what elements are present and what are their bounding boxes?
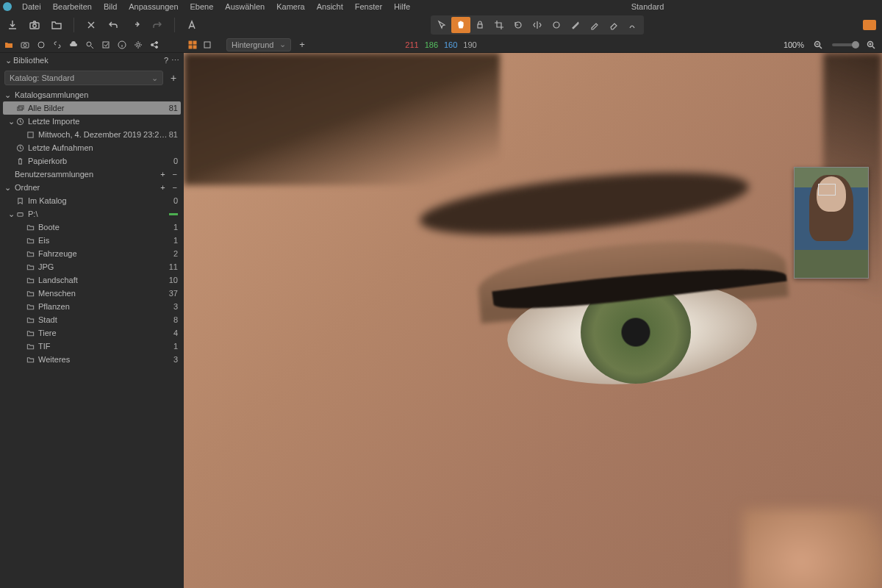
add-collection-button[interactable]: + (158, 170, 167, 179)
lock-tool-icon[interactable] (470, 17, 490, 33)
camera-icon[interactable] (26, 17, 43, 33)
zoom-in-icon[interactable] (866, 40, 876, 50)
move-tool-icon[interactable] (432, 17, 451, 33)
tree-folder[interactable]: TIF1 (0, 340, 184, 353)
workspace-title[interactable]: Standard (625, 1, 670, 12)
tree-letzte-importe[interactable]: ⌄ Letzte Importe (0, 115, 184, 128)
clock-icon (15, 144, 25, 152)
zoom-level[interactable]: 100% (784, 40, 807, 49)
eraser-tool-icon[interactable] (604, 17, 623, 33)
import-icon[interactable] (4, 17, 21, 33)
tree-folder[interactable]: JPG11 (0, 260, 184, 273)
flip-tool-icon[interactable] (528, 17, 547, 33)
text-icon[interactable] (184, 17, 200, 33)
folder-mode-icon[interactable] (3, 39, 15, 51)
remove-collection-button[interactable]: − (171, 170, 179, 179)
tree-folder[interactable]: Menschen37 (0, 287, 184, 300)
single-view-icon[interactable] (201, 39, 213, 51)
ellipse-tool-icon[interactable] (547, 17, 566, 33)
image-canvas[interactable] (184, 53, 882, 588)
cloud-mode-icon[interactable] (68, 39, 79, 51)
navigator-overlay[interactable] (794, 167, 869, 279)
panel-menu-icon[interactable]: ⋯ (171, 56, 179, 65)
search-mode-icon[interactable] (84, 39, 96, 51)
section-katalogsammlungen[interactable]: ⌄ Katalogsammlungen (0, 88, 184, 101)
tree-folder[interactable]: Tiere4 (0, 326, 184, 340)
menu-anpassungen[interactable]: Anpassungen (123, 1, 184, 12)
main-area: ⌄ Bibliothek ? ⋯ Katalog: Standard ⌄ + ⌄… (0, 37, 882, 588)
menu-fenster[interactable]: Fenster (349, 1, 388, 12)
tree-folder[interactable]: Pflanzen3 (0, 300, 184, 313)
drive-usage-bar (169, 213, 178, 215)
catalog-select[interactable]: Katalog: Standard ⌄ (4, 71, 163, 85)
rotate-tool-icon[interactable] (509, 17, 528, 33)
layer-select[interactable]: Hintergrund ⌄ (226, 38, 291, 51)
chevron-down-icon: ⌄ (279, 40, 286, 49)
tree-papierkorb[interactable]: Papierkorb 0 (0, 154, 184, 168)
check-mode-icon[interactable] (100, 39, 112, 51)
folder-icon[interactable] (49, 17, 65, 33)
tree-folder[interactable]: Stadt8 (0, 313, 184, 326)
aperture-mode-icon[interactable] (35, 39, 47, 51)
camera-mode-icon[interactable] (19, 39, 31, 51)
tree-folder[interactable]: Landschaft10 (0, 273, 184, 287)
svg-rect-2 (478, 24, 482, 28)
settings-mode-icon[interactable] (132, 39, 144, 51)
menu-ebene[interactable]: Ebene (184, 1, 220, 12)
library-title: Bibliothek (12, 56, 161, 65)
menu-bild[interactable]: Bild (98, 1, 123, 12)
add-catalog-button[interactable]: + (168, 72, 179, 84)
menu-datei[interactable]: Datei (16, 1, 47, 12)
persona-switch-icon[interactable] (863, 20, 876, 30)
folder-icon (25, 223, 35, 232)
add-folder-button[interactable]: + (158, 183, 167, 192)
close-icon[interactable] (83, 17, 99, 33)
tree-folder[interactable]: Fahrzeuge2 (0, 247, 184, 260)
draw-tool-icon[interactable] (623, 17, 642, 33)
canvas-area: Hintergrund ⌄ + 211 186 160 190 100% (184, 37, 882, 588)
grid-view-icon[interactable] (187, 39, 198, 51)
redo-step-icon[interactable] (127, 17, 143, 33)
svg-rect-19 (17, 212, 22, 216)
tree-folder[interactable]: Eis1 (0, 234, 184, 247)
import-entry-icon (25, 131, 35, 139)
tree-im-katalog[interactable]: Im Katalog 0 (0, 194, 184, 207)
crop-tool-icon[interactable] (490, 17, 509, 33)
zoom-out-icon[interactable] (813, 40, 823, 50)
tree-letzte-aufnahmen[interactable]: Letzte Aufnahmen (0, 141, 184, 154)
zoom-slider[interactable] (832, 43, 857, 46)
share-mode-icon[interactable] (148, 39, 160, 51)
section-ordner[interactable]: ⌄ Ordner + − (0, 181, 184, 194)
menu-auswaehlen[interactable]: Auswählen (219, 1, 270, 12)
remove-folder-button[interactable]: − (171, 183, 179, 192)
brush-tool-icon[interactable] (566, 17, 585, 33)
tree-alle-bilder[interactable]: Alle Bilder 81 (3, 101, 181, 115)
tree-folder[interactable]: Weiteres3 (0, 353, 184, 366)
tree-drive-p[interactable]: ⌄ P:\ (0, 207, 184, 220)
folder-icon (25, 356, 35, 364)
tree-folder[interactable]: Boote1 (0, 220, 184, 234)
catalog-row: Katalog: Standard ⌄ + (4, 70, 179, 86)
chevron-down-icon[interactable]: ⌄ (4, 56, 12, 65)
hand-tool-icon[interactable] (451, 17, 470, 33)
menu-ansicht[interactable]: Ansicht (311, 1, 349, 12)
library-panel-header: ⌄ Bibliothek ? ⋯ (0, 53, 184, 68)
redo-icon[interactable] (149, 17, 165, 33)
link-mode-icon[interactable] (51, 39, 63, 51)
menu-kamera[interactable]: Kamera (270, 1, 311, 12)
pen-tool-icon[interactable] (585, 17, 604, 33)
app-logo-icon (3, 2, 12, 11)
info-mode-icon[interactable] (116, 39, 128, 51)
menu-bearbeiten[interactable]: Bearbeiten (47, 1, 98, 12)
help-icon[interactable]: ? (161, 56, 171, 65)
menubar: Datei Bearbeiten Bild Anpassungen Ebene … (0, 0, 882, 13)
tree-import-date[interactable]: Mittwoch, 4. Dezember 2019 23:20:58 81 (0, 128, 184, 141)
section-benutzersammlungen[interactable]: Benutzersammlungen + − (0, 168, 184, 181)
menu-hilfe[interactable]: Hilfe (388, 1, 416, 12)
svg-rect-17 (27, 132, 32, 137)
add-layer-button[interactable]: + (297, 40, 307, 50)
svg-rect-24 (204, 42, 210, 48)
chevron-down-icon: ⌄ (4, 90, 12, 100)
navigator-viewport[interactable] (818, 184, 836, 196)
undo-icon[interactable] (105, 17, 121, 33)
